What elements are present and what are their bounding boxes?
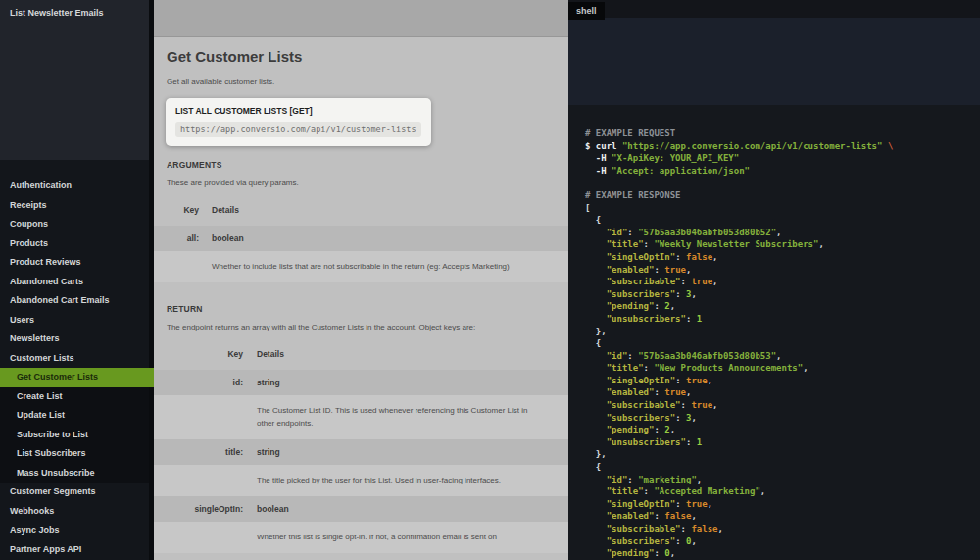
code-token-nu: 1: [697, 314, 702, 324]
code-token-pl: ,: [708, 499, 712, 509]
sidebar-section-list: AuthenticationReceiptsCouponsProductsPro…: [0, 177, 154, 368]
code-token-pl: ,: [708, 376, 712, 385]
code-token-pl: ,: [697, 475, 702, 484]
param-key: all:: [154, 233, 199, 243]
code-token-pl: },: [585, 327, 607, 336]
sidebar-item-async-jobs[interactable]: Async Jobs: [0, 521, 154, 540]
code-token-st: "X-ApiKey: YOUR_API_KEY": [612, 153, 739, 163]
code-panel-spacer: [568, 18, 980, 105]
sidebar-item-list-newsletter-emails[interactable]: List Newsletter Emails: [0, 4, 154, 22]
code-token-pl: :: [654, 301, 664, 311]
code-token-pl: ,: [670, 425, 675, 434]
code-token-bo: true: [686, 376, 708, 385]
code-token-pl: :: [675, 413, 686, 423]
arguments-table: Key Details all:booleanWhether to includ…: [154, 199, 568, 282]
code-example: # EXAMPLE REQUEST $ curl "https://app.co…: [568, 105, 980, 560]
code-token-kw: "subscribers": [585, 536, 675, 546]
code-token-st: "Accepted Marketing": [654, 486, 760, 496]
code-token-pl: ,: [717, 524, 722, 534]
tab-shell[interactable]: shell: [568, 2, 605, 20]
code-token-kw: "enabled": [585, 387, 654, 397]
code-token-pl: ,: [760, 486, 765, 496]
code-token-pl: {: [585, 462, 601, 472]
endpoint-url: https://app.conversio.com/api/v1/custome…: [175, 122, 421, 137]
sidebar-item-receipts[interactable]: Receipts: [0, 196, 154, 216]
code-token-pl: ,: [691, 511, 696, 521]
param-description: Whether this list is single opt-in. If n…: [257, 531, 547, 543]
sidebar-subitem-list-subscribers[interactable]: List Subscribers: [0, 444, 154, 464]
code-token-es: \: [888, 141, 893, 151]
code-token-nu: 1: [697, 437, 702, 447]
content-column: Get Customer Lists Get all available cus…: [154, 0, 568, 560]
sidebar-subitem-create-list[interactable]: Create List: [0, 387, 154, 407]
sidebar-subitem-get-customer-lists[interactable]: Get Customer Lists: [0, 368, 154, 387]
code-token-pl: {: [585, 338, 601, 348]
column-header-key: Key: [154, 349, 243, 359]
sidebar-item-users[interactable]: Users: [0, 311, 154, 331]
return-table-body: id:stringThe Customer List ID. This is u…: [154, 370, 568, 553]
sidebar-subitem-mass-unsubscribe[interactable]: Mass Unsubscribe: [0, 464, 154, 484]
code-token-pl: ,: [691, 536, 696, 546]
param-description: The title picked by the user for this Li…: [257, 474, 547, 486]
page-title: Get Customer Lists: [167, 48, 556, 65]
sidebar-item-abandoned-cart-emails[interactable]: Abandoned Cart Emails: [0, 291, 154, 311]
return-heading: RETURN: [167, 304, 556, 314]
param-key: singleOptIn:: [154, 504, 243, 514]
table-row-key-type: title:string: [154, 439, 568, 465]
code-token-pl: :: [686, 437, 697, 447]
code-token-kw: "subscribable": [585, 524, 681, 534]
code-token-cmd: -H: [585, 153, 612, 163]
table-row-key-type: id:string: [154, 370, 568, 395]
code-token-kw: "subscribable": [585, 400, 681, 410]
sidebar-item-abandoned-carts[interactable]: Abandoned Carts: [0, 273, 154, 292]
sidebar-item-products[interactable]: Products: [0, 234, 154, 254]
code-token-kw: "enabled": [585, 265, 654, 275]
code-token-pl: ,: [712, 252, 717, 262]
code-token-kw: "singleOptIn": [585, 499, 675, 509]
param-key-spacer: [154, 260, 199, 273]
code-token-kw: "title": [585, 486, 644, 496]
code-token-kw: "unsubscribers": [585, 314, 686, 324]
language-tab-bar: shell: [568, 0, 980, 18]
sidebar-item-product-reviews[interactable]: Product Reviews: [0, 253, 154, 273]
sidebar-subitem-update-list[interactable]: Update List: [0, 406, 154, 426]
sidebar-active-section-group: Get Customer ListsCreate ListUpdate List…: [0, 368, 154, 483]
api-docs-page: List Newsletter Emails AuthenticationRec…: [0, 0, 980, 560]
code-token-pl: [: [585, 203, 590, 213]
code-token-st: "Weekly Newsletter Subscribers": [654, 239, 818, 249]
sidebar-subitem-subscribe-to-list[interactable]: Subscribe to List: [0, 426, 154, 445]
sidebar-item-coupons[interactable]: Coupons: [0, 215, 154, 234]
code-token-bo: true: [664, 387, 686, 397]
code-token-pl: },: [585, 449, 607, 459]
sidebar-section-list-after: Customer SegmentsWebhooksAsync JobsPartn…: [0, 483, 154, 559]
code-token-kw: "title": [585, 363, 644, 373]
sidebar-item-webhooks[interactable]: Webhooks: [0, 502, 154, 522]
code-token-cmd: -H: [585, 166, 612, 176]
code-token-kw: "id": [585, 228, 627, 237]
sidebar: List Newsletter Emails AuthenticationRec…: [0, 0, 154, 560]
code-token-st: "57b5aa3b046abfb053d80b52": [638, 228, 776, 237]
table-row-description: Whether this list is single opt-in. If n…: [154, 522, 568, 553]
arguments-heading: ARGUMENTS: [167, 160, 556, 170]
code-column: shell # EXAMPLE REQUEST $ curl "https://…: [568, 0, 980, 560]
sidebar-item-customer-segments[interactable]: Customer Segments: [0, 483, 154, 502]
arguments-table-body: all:booleanWhether to include lists that…: [154, 226, 568, 282]
sidebar-item-newsletters[interactable]: Newsletters: [0, 330, 154, 349]
table-header-row: Key Details: [154, 199, 568, 222]
param-description: Whether to include lists that are not su…: [212, 260, 517, 273]
code-token-pl: ,: [686, 265, 691, 275]
code-token-pl: ,: [776, 351, 781, 361]
code-token-bo: true: [691, 400, 712, 410]
code-token-pl: :: [681, 400, 692, 410]
sidebar-item-partner-apps-api[interactable]: Partner Apps API: [0, 540, 154, 560]
code-token-st: "Accept: application/json": [612, 166, 750, 176]
return-table: Key Details id:stringThe Customer List I…: [154, 343, 568, 553]
code-token-pl: ,: [691, 413, 696, 423]
code-token-cm: # EXAMPLE RESPONSE: [585, 190, 681, 200]
sidebar-item-customer-lists[interactable]: Customer Lists: [0, 349, 154, 369]
code-token-kw: "subscribers": [585, 413, 675, 423]
code-token-bo: false: [664, 511, 691, 521]
code-token-pl: :: [627, 475, 638, 484]
sidebar-nav: AuthenticationReceiptsCouponsProductsPro…: [0, 160, 154, 559]
sidebar-item-authentication[interactable]: Authentication: [0, 177, 154, 196]
